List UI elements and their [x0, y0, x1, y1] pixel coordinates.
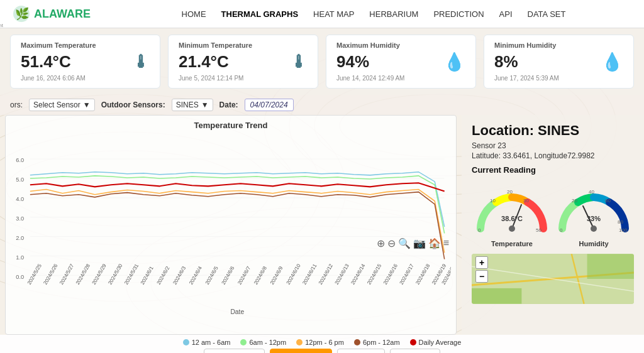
location-title: Location: SINES [472, 122, 634, 139]
side-panel: Location: SINES Sensor 23 Latitude: 33.6… [462, 115, 644, 335]
map-zoom-in[interactable]: + [475, 256, 488, 269]
legend-dot-6pm [354, 339, 360, 345]
lat-lon: Latitude: 33.6461, Longitude72.9982 [472, 151, 634, 160]
svg-text:2024/5/25: 2024/5/25 [26, 263, 43, 286]
outdoor-sensor-dropdown[interactable]: SINES ▼ [172, 99, 213, 111]
svg-text:20: 20 [507, 189, 513, 195]
svg-text:60: 60 [605, 198, 611, 204]
svg-text:30: 30 [523, 198, 529, 204]
nav-herbarium[interactable]: HERBARIUM [369, 8, 418, 20]
stat-max-hum: Maximum Humidity 94% 💧 June 14, 2024 12:… [326, 35, 476, 89]
legend-6pm-12am: 6pm - 12am [354, 339, 400, 346]
svg-text:🌿: 🌿 [15, 7, 30, 21]
stat-max-temp-time: June 16, 2024 6:06 AM [21, 75, 150, 82]
zoom-minus-icon[interactable]: ⊖ [387, 237, 396, 249]
legend-daily-avg: Daily Average [410, 339, 462, 346]
main-content: Temperature Trend ⊕ ⊖ 🔍 📷 🏠 ≡ 6.0 5.0 4.… [0, 115, 644, 335]
legend-label-6am: 6am - 12pm [249, 339, 286, 346]
svg-text:6.0: 6.0 [16, 157, 24, 163]
legend-label-12pm: 12pm - 6 pm [305, 339, 344, 346]
logo-icon: 🌿 [13, 5, 30, 23]
svg-text:20: 20 [572, 198, 577, 204]
svg-text:2024/5/26: 2024/5/26 [43, 263, 59, 286]
temp-gauge-value: 38.6°C [501, 215, 523, 222]
nav-api[interactable]: API [499, 8, 513, 20]
mini-map: + − [472, 254, 634, 304]
nav-dataset[interactable]: DATA SET [528, 8, 566, 20]
header: 🌿 ALAWARE Embedded Content HOME THERMAL … [0, 0, 644, 28]
select-sensor-dropdown[interactable]: Select Sensor ▼ [29, 99, 95, 111]
legend-label-12am: 12 am - 6am [192, 339, 231, 346]
svg-point-57 [509, 225, 515, 232]
search-icon[interactable]: 🔍 [398, 237, 411, 249]
chart-svg: 6.0 5.0 4.0 3.0 2.0 1.0 0.0 [11, 133, 451, 334]
stat-min-temp-value: 21.4°C [179, 52, 229, 72]
svg-text:2024/5/31: 2024/5/31 [123, 263, 140, 286]
temp-gauge-label: Temperature [474, 240, 550, 247]
btn-monthly[interactable]: Monthly [390, 349, 440, 353]
home-icon[interactable]: 🏠 [428, 237, 441, 249]
date-value: 04/07/2024 [250, 100, 288, 109]
outdoor-sensor-chevron: ▼ [201, 100, 209, 109]
camera-icon[interactable]: 📷 [413, 237, 426, 249]
stat-max-hum-value: 94% [336, 52, 369, 72]
svg-text:2024/6/18: 2024/6/18 [414, 263, 431, 286]
svg-text:2.0: 2.0 [16, 235, 24, 241]
gauge-row: 0 10 20 30 50 38.6°C Temperature [472, 178, 634, 247]
map-zoom-out[interactable]: − [475, 270, 488, 283]
controls-row: ors: Select Sensor ▼ Outdoor Sensors: SI… [0, 95, 644, 115]
svg-text:0: 0 [560, 227, 563, 233]
svg-text:2024/5/30: 2024/5/30 [107, 263, 123, 286]
temp-gauge-wrap: 0 10 20 30 50 38.6°C Temperature [474, 178, 550, 247]
svg-text:2024/6/17: 2024/6/17 [399, 263, 415, 286]
svg-text:2024/6/13: 2024/6/13 [334, 263, 350, 286]
max-temp-icon: 🌡 [132, 52, 150, 72]
select-sensor-label: Select Sensor [33, 100, 80, 109]
stat-max-hum-label: Maximum Humidity [336, 41, 465, 49]
logo-text: ALAWARE [34, 8, 91, 21]
chart-area: Temperature Trend ⊕ ⊖ 🔍 📷 🏠 ≡ 6.0 5.0 4.… [5, 115, 457, 335]
current-reading-label: Current Reading [472, 165, 634, 175]
svg-text:5.0: 5.0 [16, 176, 24, 183]
legend-12pm-6pm: 12pm - 6 pm [296, 339, 344, 346]
zoom-plus-icon[interactable]: ⊕ [377, 237, 385, 249]
stats-row: Maximum Temperature 51.4°C 🌡 June 16, 20… [0, 28, 644, 95]
svg-text:2024/5/27: 2024/5/27 [58, 263, 75, 286]
map-controls: + − [475, 256, 488, 283]
svg-text:1.0: 1.0 [16, 254, 24, 261]
legend-6am-12pm: 6am - 12pm [240, 339, 286, 346]
svg-text:80: 80 [618, 219, 623, 225]
btn-single-day[interactable]: Single Day [204, 349, 265, 353]
nav-prediction[interactable]: PREDICTION [433, 8, 484, 20]
main-nav: HOME THERMAL GRAPHS HEAT MAP HERBARIUM P… [116, 8, 631, 20]
menu-icon[interactable]: ≡ [443, 237, 449, 249]
date-label: Date: [219, 100, 238, 109]
nav-home[interactable]: HOME [182, 8, 206, 20]
svg-text:10: 10 [490, 198, 496, 204]
nav-thermal-graphs[interactable]: THERMAL GRAPHS [221, 8, 299, 20]
btn-day-to-day[interactable]: Day to Day [270, 349, 331, 353]
logo: 🌿 ALAWARE [13, 5, 91, 23]
svg-text:2024/6/16: 2024/6/16 [382, 263, 399, 286]
stat-min-temp-label: Minimum Temperature [179, 41, 308, 49]
time-btn-row: Single Day Day to Day Weekly Monthly [10, 349, 634, 353]
btn-weekly[interactable]: Weekly [337, 349, 385, 353]
chart-title: Temperature Trend [11, 121, 451, 130]
svg-text:50: 50 [536, 227, 541, 233]
stat-min-hum-label: Minimum Humidity [494, 41, 623, 49]
sensor-info: Sensor 23 [472, 141, 634, 150]
stat-min-hum-value: 8% [494, 52, 518, 72]
svg-text:40: 40 [589, 189, 594, 195]
nav-heat-map[interactable]: HEAT MAP [313, 8, 354, 20]
svg-rect-77 [587, 254, 634, 279]
svg-text:2024/5/28: 2024/5/28 [75, 263, 91, 286]
svg-text:2024/6/11: 2024/6/11 [301, 263, 318, 286]
svg-text:0.0: 0.0 [16, 274, 24, 280]
embedded-label: Embedded Content [0, 23, 3, 28]
stat-min-temp: Minimum Temperature 21.4°C 🌡 June 5, 202… [168, 35, 318, 89]
date-picker[interactable]: 04/07/2024 [245, 99, 294, 111]
svg-rect-76 [472, 288, 521, 304]
sensor-prefix: ors: [10, 100, 23, 109]
temp-gauge-svg: 0 10 20 30 50 38.6°C [474, 178, 550, 235]
svg-text:2024/6/10: 2024/6/10 [286, 263, 302, 286]
